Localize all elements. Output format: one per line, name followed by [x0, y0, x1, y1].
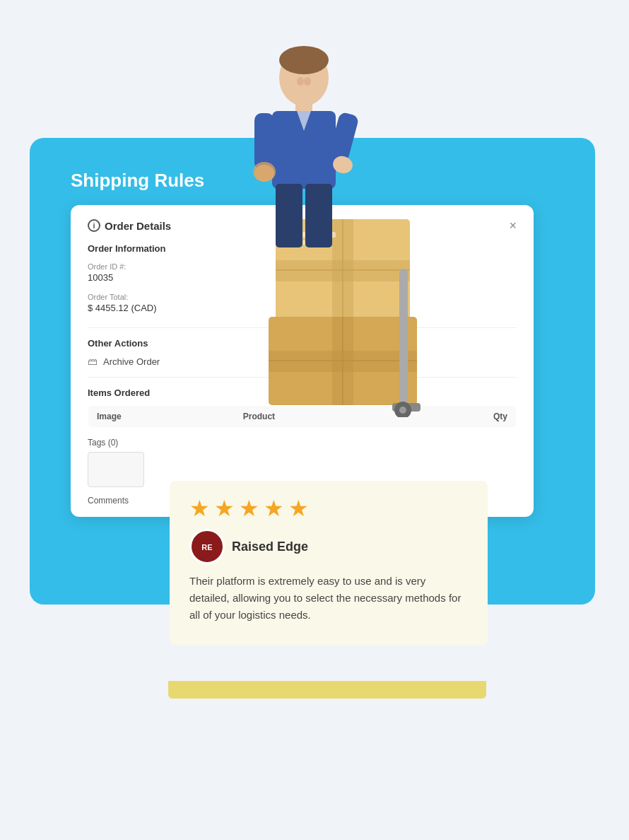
svg-point-11 [253, 162, 276, 182]
star-5: ★ [288, 495, 309, 522]
svg-rect-5 [254, 113, 274, 170]
svg-point-12 [297, 77, 304, 86]
info-icon: i [88, 219, 100, 232]
review-strip [168, 681, 486, 699]
col-image: Image [88, 406, 235, 428]
archive-order-button[interactable]: 🗃 Archive Order [88, 356, 160, 367]
tags-box [88, 452, 144, 487]
svg-point-13 [304, 77, 311, 86]
svg-rect-25 [269, 351, 417, 372]
brand-logo: RE [189, 529, 225, 564]
shipping-rules-title: Shipping Rules [71, 170, 204, 192]
svg-rect-10 [305, 184, 332, 247]
brand-name: Raised Edge [232, 539, 308, 554]
tags-label: Tags (0) [88, 438, 517, 448]
star-2: ★ [214, 495, 235, 522]
modal-title-row: i Order Details [88, 219, 171, 232]
archive-order-label: Archive Order [103, 356, 160, 367]
review-stars: ★ ★ ★ ★ ★ [189, 495, 468, 522]
star-4: ★ [264, 495, 284, 522]
svg-point-29 [399, 407, 406, 414]
svg-point-1 [279, 46, 329, 74]
modal-title: Order Details [105, 220, 171, 232]
person-svg [233, 46, 375, 265]
tags-section: Tags (0) [88, 438, 517, 487]
close-button[interactable]: × [509, 219, 517, 232]
star-3: ★ [239, 495, 259, 522]
review-brand: RE Raised Edge [189, 529, 468, 564]
archive-icon: 🗃 [88, 356, 98, 367]
delivery-person-image [233, 42, 375, 269]
brand-logo-svg: RE [193, 532, 221, 561]
star-1: ★ [189, 495, 210, 522]
svg-text:RE: RE [201, 543, 212, 552]
review-card: ★ ★ ★ ★ ★ RE Raised Edge Their platform … [170, 481, 488, 645]
svg-rect-26 [399, 269, 408, 410]
page-wrapper: Shipping Rules i Order Details × Order I… [0, 0, 629, 840]
review-text: Their platform is extremely easy to use … [189, 573, 468, 624]
svg-rect-9 [276, 184, 302, 247]
